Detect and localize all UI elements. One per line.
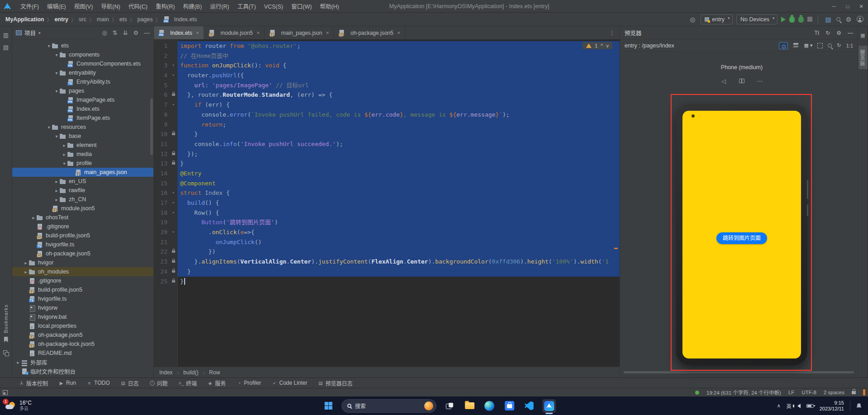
fit-frame-icon[interactable]: [817, 43, 823, 48]
tree-item[interactable]: main_pages.json: [12, 168, 153, 177]
close-button[interactable]: ✕: [854, 0, 868, 13]
editor-tab[interactable]: Index.ets✕: [154, 26, 204, 39]
tool-window-previewer-log[interactable]: ▤预览器日志: [313, 378, 358, 388]
zoom-ratio[interactable]: 1:1: [846, 43, 853, 48]
expand-all-icon[interactable]: ⇅: [113, 29, 118, 36]
tree-item[interactable]: ▸外部库: [12, 358, 153, 367]
menu-item[interactable]: 编辑(E): [43, 4, 70, 10]
stripe-grid-icon[interactable]: ▦: [860, 33, 865, 38]
battery-icon[interactable]: [806, 404, 814, 408]
device-manager-icon[interactable]: ▤: [824, 16, 833, 23]
breadcrumb-item[interactable]: main: [96, 16, 110, 23]
code-line[interactable]: 14@Entry: [154, 169, 620, 179]
tree-item[interactable]: EntryAbility.ts: [12, 77, 153, 86]
inspector-eye-icon[interactable]: [779, 42, 788, 49]
tree-item[interactable]: module.json5: [12, 204, 153, 213]
code-line[interactable]: 8 console.error(`Invoke pushUrl failed, …: [154, 110, 620, 120]
tree-item[interactable]: ImagePage.ets: [12, 95, 153, 104]
breadcrumb-item[interactable]: pages: [136, 16, 153, 23]
readonly-lock-icon[interactable]: [852, 391, 856, 394]
code-line[interactable]: 16▾struct Index {: [154, 188, 620, 198]
tree-item[interactable]: hvigorw.bat: [12, 312, 153, 321]
breadcrumb-item[interactable]: src: [78, 16, 87, 23]
previewer-stripe-tab[interactable]: 预览器: [858, 46, 868, 69]
tree-item[interactable]: ▸en_US: [12, 177, 153, 186]
code-line[interactable]: 7▾ if (err) {: [154, 100, 620, 110]
code-line[interactable]: 11 console.info('Invoke pushUrl succeede…: [154, 139, 620, 149]
stop-button[interactable]: [807, 17, 812, 22]
menu-item[interactable]: 导航(N): [97, 4, 124, 10]
tool-window-profiler[interactable]: ◔Profiler: [231, 378, 267, 388]
bookmarks-tab[interactable]: Bookmarks: [3, 304, 9, 333]
code-editor[interactable]: 1 ^ v 1import router from '@ohos.router'…: [154, 40, 620, 367]
tree-item[interactable]: Index.ets: [12, 104, 153, 113]
menu-item[interactable]: 窗口(W): [287, 4, 316, 10]
menu-item[interactable]: 重构(R): [152, 4, 179, 10]
account-avatar[interactable]: [857, 16, 863, 23]
tree-item[interactable]: ▸oh_modules: [12, 267, 153, 276]
hidden-icons-chevron[interactable]: ∧: [777, 403, 781, 409]
breadcrumb-item[interactable]: MyApplication: [5, 16, 45, 23]
previewer-settings-gear-icon[interactable]: ⚙: [836, 30, 841, 36]
ime-indicator[interactable]: 英: [787, 402, 792, 410]
menu-item[interactable]: 文件(F): [16, 4, 43, 10]
tree-item[interactable]: ▸hvigor: [12, 258, 153, 267]
run-button[interactable]: [781, 17, 786, 22]
inspections-widget[interactable]: 1 ^ v: [582, 42, 612, 49]
tree-item[interactable]: hvigorw: [12, 303, 153, 312]
tool-window-terminal[interactable]: >_终端: [173, 378, 202, 388]
back-icon[interactable]: ◁: [718, 76, 729, 86]
edge-browser-button[interactable]: [482, 399, 496, 413]
tree-item[interactable]: local.properties: [12, 321, 153, 330]
code-line[interactable]: 18▾ Row() {: [154, 208, 620, 218]
menu-item[interactable]: 帮助(H): [316, 4, 343, 10]
tree-item[interactable]: CommonComponents.ets: [12, 59, 153, 68]
menu-item[interactable]: 工具(T): [233, 4, 260, 10]
editor-breadcrumb-item[interactable]: build(): [183, 369, 198, 376]
caret-position[interactable]: 19:24 (631 个字符, 24 个行中断): [706, 389, 781, 396]
structure-tool-icon[interactable]: [3, 350, 9, 356]
rotate-icon[interactable]: ↻: [837, 42, 841, 48]
breadcrumb-item[interactable]: Index.ets: [162, 16, 198, 23]
hide-previewer-icon[interactable]: ―: [848, 30, 853, 36]
editor-tab[interactable]: main_pages.json✕: [265, 26, 334, 39]
error-stripe-marker[interactable]: [614, 248, 618, 249]
code-line[interactable]: 22 }): [154, 247, 620, 257]
speaker-icon[interactable]: [797, 404, 801, 408]
more-tabs-icon[interactable]: ⋮: [605, 29, 620, 36]
tree-item[interactable]: ItemPage.ets: [12, 113, 153, 123]
code-line[interactable]: 9 return;: [154, 120, 620, 130]
refresh-icon[interactable]: ↻: [825, 30, 830, 36]
device-select[interactable]: No Devices ▾: [736, 14, 777, 24]
search-everywhere-icon[interactable]: [836, 17, 840, 21]
tree-scrollbar[interactable]: [150, 99, 153, 155]
breadcrumb-item[interactable]: ets: [119, 16, 128, 23]
tab-close-icon[interactable]: ✕: [196, 31, 200, 35]
run-anything-icon[interactable]: ◎: [688, 16, 697, 23]
tree-item[interactable]: hvigorfile.ts: [12, 240, 153, 249]
tree-item[interactable]: ▸media: [12, 150, 153, 159]
tree-item[interactable]: ▾entryability: [12, 68, 153, 77]
tree-item[interactable]: oh-package.json5: [12, 249, 153, 258]
breadcrumb-item[interactable]: entry: [53, 16, 69, 23]
tree-item[interactable]: .gitignore: [12, 222, 153, 231]
editor-tab[interactable]: module.json5✕: [204, 26, 265, 39]
editor-breadcrumb-item[interactable]: Index: [159, 369, 172, 376]
debug-button[interactable]: [789, 16, 795, 23]
panel-settings-gear-icon[interactable]: ⚙: [133, 29, 138, 36]
commit-tool-icon[interactable]: ▤: [3, 44, 9, 51]
editor-tab[interactable]: oh-package.json5✕: [334, 26, 405, 39]
zoom-icon[interactable]: [828, 43, 832, 47]
taskbar-search[interactable]: 搜索: [341, 399, 436, 413]
editor-breadcrumb-item[interactable]: Row: [209, 369, 220, 376]
tab-close-icon[interactable]: ✕: [257, 31, 260, 35]
tool-window-run[interactable]: ▶Run: [53, 378, 81, 388]
menu-item[interactable]: 运行(R): [206, 4, 233, 10]
tool-window-problems[interactable]: !问题: [144, 378, 173, 388]
code-line[interactable]: 6 }, router.RouterMode.Standard, (err) =…: [154, 90, 620, 100]
tree-item[interactable]: ▸ohosTest: [12, 213, 153, 222]
code-line[interactable]: 20▾ .onClick(e=>{: [154, 227, 620, 237]
tree-item[interactable]: ▸rawfile: [12, 186, 153, 195]
taskbar-weather-widget[interactable]: 1 16°C 多云: [0, 400, 32, 411]
tool-window-log[interactable]: ▤日志: [115, 378, 144, 388]
